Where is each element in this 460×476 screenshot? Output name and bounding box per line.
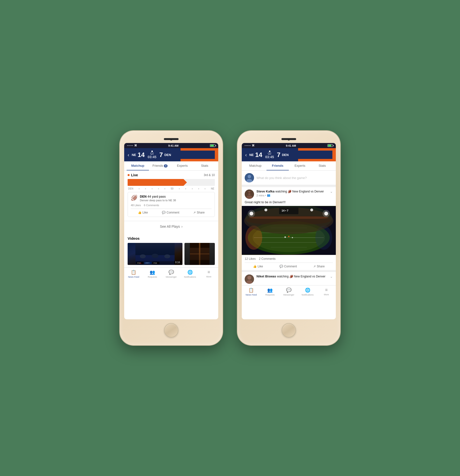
right-steve-chevron-icon[interactable]: ⌄: [330, 190, 333, 193]
right-nav-requests[interactable]: 👥 Requests: [261, 287, 279, 297]
left-battery: [210, 144, 215, 147]
left-tab-friends[interactable]: Friends4: [149, 161, 171, 170]
left-nav-requests[interactable]: 👥 Requests: [143, 269, 162, 279]
right-friends-feed: What do you think about the game?: [242, 171, 336, 285]
right-score-den: 7: [277, 151, 280, 159]
svg-point-19: [248, 175, 251, 178]
right-messenger-label: Messenger: [283, 294, 294, 296]
left-football-icon: 🏈: [131, 195, 137, 201]
right-back-button[interactable]: ‹: [245, 152, 247, 158]
left-yard-markers: DEN 50 NE: [128, 187, 215, 190]
left-play-card-header: 🏈 DEN 44 yard pass Denver deep pass to t…: [131, 195, 212, 202]
left-battery-fill: [210, 145, 214, 146]
left-phone-top: [124, 136, 218, 143]
right-news-feed-label: News Feed: [246, 294, 257, 296]
left-progress-container: [128, 179, 215, 186]
left-nav-more[interactable]: ≡ More: [199, 269, 218, 279]
right-steve-like-button[interactable]: 👍 Like: [253, 265, 263, 268]
right-team-ne: NE: [249, 153, 254, 157]
left-nav-messenger[interactable]: 💬 Messenger: [162, 269, 181, 279]
left-bottom-nav: 📋 News Feed 👥 Requests 💬 Messenger 🌐 Not…: [124, 267, 218, 280]
right-score-header: ‹ NE 14 Q2 03:45 7 DEN: [242, 148, 336, 161]
right-steve-comment-button[interactable]: 💬 Comment: [279, 265, 297, 268]
left-tab-experts[interactable]: Experts: [171, 161, 194, 170]
right-battery: [327, 144, 333, 147]
left-tab-stats[interactable]: Stats: [194, 161, 216, 170]
left-chevron-right-icon: ›: [182, 225, 183, 228]
left-live-header: Live 3rd & 10: [128, 173, 215, 177]
left-score-ne: 14: [138, 151, 145, 159]
right-tab-friends[interactable]: Friends: [266, 161, 289, 170]
right-niket-author: Niket Biswas watching 🏈 New England vs D…: [256, 274, 327, 278]
right-phone-frame: ••••• ⌘ 9:41 AM ‹ NE 14: [237, 131, 340, 345]
right-steve-share-icon: ↗: [313, 265, 316, 268]
left-see-all-plays[interactable]: See All Plays ›: [124, 221, 218, 232]
right-requests-label: Requests: [265, 294, 275, 296]
right-battery-fill: [328, 145, 331, 146]
svg-point-40: [288, 236, 290, 237]
left-nav-news-feed[interactable]: 📋 News Feed: [124, 269, 143, 279]
right-steve-actions: 👍 Like 💬 Comment ↗ Share: [245, 262, 333, 268]
right-niket-name: Niket Biswas watching 🏈 New England vs D…: [256, 274, 327, 278]
svg-rect-51: [249, 216, 329, 219]
left-quarter: Q2: [150, 152, 154, 155]
left-tab-matchup[interactable]: Matchup: [127, 161, 149, 170]
left-live-section: Live 3rd & 10 DEN: [124, 171, 218, 221]
left-back-button[interactable]: ‹: [128, 152, 129, 158]
right-more-icon: ≡: [325, 287, 328, 293]
right-steve-content: Great night to be in Denver!!!: [242, 200, 336, 206]
left-video-2[interactable]: [184, 243, 215, 265]
left-play-title: DEN 44 yard pass: [140, 195, 176, 198]
left-more-label: More: [206, 275, 211, 278]
right-nav-notifications[interactable]: 🌐 Notifications: [298, 287, 317, 297]
left-messenger-label: Messenger: [166, 276, 177, 278]
right-wifi-icon: ⌘: [252, 144, 254, 147]
left-video-2-overlay: [184, 243, 215, 265]
right-tab-stats[interactable]: Stats: [311, 161, 333, 170]
right-steve-share-button[interactable]: ↗ Share: [313, 265, 325, 268]
left-speaker-area: [164, 138, 179, 140]
left-like-icon: 👍: [138, 211, 142, 214]
right-speaker-area: [281, 138, 296, 140]
right-steve-image: 14 • 7: [242, 206, 336, 255]
left-score-left: NE 14 Q2 03:45 7 DEN: [132, 151, 215, 159]
right-quarter: Q2: [268, 152, 271, 155]
left-notifications-icon: 🌐: [187, 270, 193, 275]
left-requests-icon: 👥: [150, 270, 155, 275]
left-progress-fill: [128, 179, 187, 186]
svg-point-41: [292, 237, 293, 238]
right-nav-messenger[interactable]: 💬 Messenger: [279, 287, 298, 297]
left-game-info: Q2 03:45: [148, 151, 157, 159]
right-comment-placeholder[interactable]: What do you think about the game?: [256, 176, 307, 180]
right-nav-news-feed[interactable]: 📋 News Feed: [242, 287, 261, 297]
right-steve-avatar: [245, 190, 254, 199]
right-steve-name: Steve Kafka watching 🏈 New England vs De…: [256, 190, 327, 193]
phones-container: ••••• ⌘ 9:41 AM ‹ NE 14: [120, 131, 340, 345]
right-team-den: DEN: [282, 153, 289, 157]
right-steve-footer: 12 Likes 2 Comments 👍 Like 💬: [242, 255, 336, 270]
right-post-niket-header: Niket Biswas watching 🏈 New England vs D…: [242, 272, 336, 285]
right-home-button[interactable]: [282, 323, 296, 337]
right-niket-chevron-icon[interactable]: ⌄: [330, 274, 333, 278]
left-friends-badge: 4: [164, 164, 168, 167]
right-time: 9:41 AM: [286, 144, 296, 147]
right-tab-experts[interactable]: Experts: [289, 161, 311, 170]
right-news-feed-icon: 📋: [248, 287, 254, 293]
left-more-icon: ≡: [207, 270, 210, 275]
left-nav-notifications[interactable]: 🌐 Notifications: [181, 269, 199, 279]
right-phone-bottom: [242, 319, 336, 340]
left-share-button[interactable]: ↗ Share: [193, 211, 205, 214]
right-more-label: More: [324, 293, 329, 296]
left-comment-icon: 💬: [162, 211, 166, 214]
left-like-button[interactable]: 👍 Like: [138, 211, 148, 214]
left-video-1[interactable]: FOX NFL LOWE'S FOX: [128, 243, 182, 265]
right-game-time: 03:45: [265, 155, 274, 159]
left-screen: ••••• ⌘ 9:41 AM ‹ NE 14: [124, 143, 218, 319]
right-tabs: Matchup Friends Experts Stats: [242, 161, 336, 171]
right-tab-matchup[interactable]: Matchup: [244, 161, 266, 170]
left-comment-button[interactable]: 💬 Comment: [162, 211, 179, 214]
left-down-info: 3rd & 10: [204, 173, 215, 177]
left-home-button[interactable]: [164, 323, 178, 337]
right-nav-more[interactable]: ≡ More: [317, 287, 336, 297]
left-team-ne: NE: [132, 153, 136, 157]
